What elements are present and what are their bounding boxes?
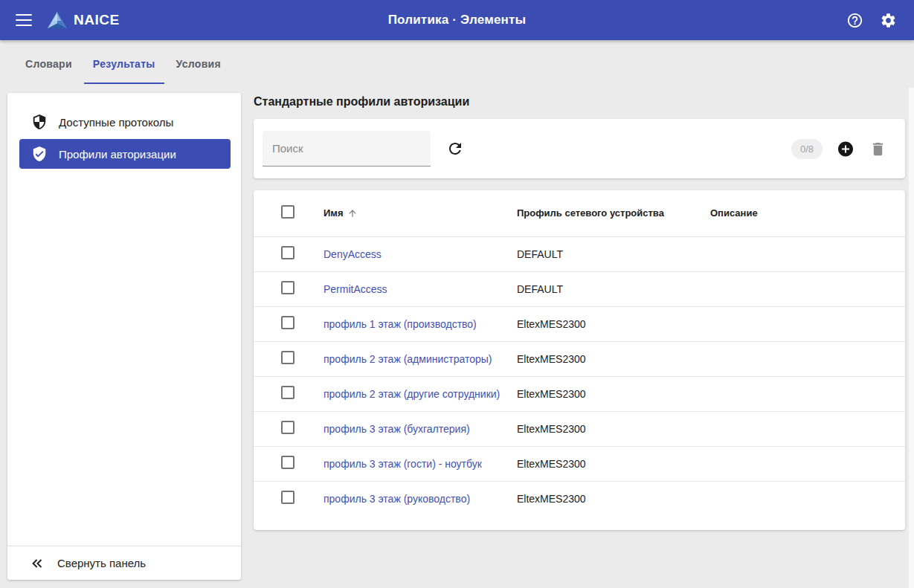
- row-description: [710, 376, 905, 411]
- table-row[interactable]: профиль 2 этаж (другие сотрудники) Eltex…: [254, 376, 905, 411]
- refresh-button[interactable]: [446, 140, 464, 158]
- collapse-panel-button[interactable]: Свернуть панель: [7, 546, 241, 580]
- row-name-link[interactable]: профиль 2 этаж (администраторы): [324, 353, 492, 365]
- verified-shield-icon: [31, 146, 48, 162]
- trash-icon: [869, 140, 886, 158]
- double-chevron-left-icon: [30, 556, 45, 571]
- row-name-link[interactable]: профиль 3 этаж (руководство): [324, 493, 470, 505]
- row-device-profile: DEFAULT: [517, 236, 710, 271]
- column-header-description[interactable]: Описание: [710, 190, 905, 236]
- toolbar: 0/8: [254, 119, 905, 178]
- row-device-profile: EltexMES2300: [517, 306, 710, 341]
- profiles-table-card: Имя Профиль сетевого устройства Описание…: [254, 190, 905, 530]
- tab-bar: Словари Результаты Условия: [0, 40, 914, 88]
- table-row[interactable]: PermitAccess DEFAULT: [254, 271, 905, 306]
- row-description: [710, 446, 905, 481]
- row-checkbox[interactable]: [281, 386, 295, 399]
- table-row[interactable]: профиль 3 этаж (гости) - ноутбук EltexME…: [254, 446, 905, 481]
- table-row[interactable]: профиль 1 этаж (производство) EltexMES23…: [254, 306, 905, 341]
- selection-count-badge: 0/8: [791, 139, 823, 159]
- collapse-panel-label: Свернуть панель: [57, 557, 146, 569]
- row-checkbox[interactable]: [281, 316, 295, 329]
- help-icon: [846, 12, 863, 29]
- sort-ascending-icon: [347, 208, 358, 219]
- brand: NAICE: [47, 10, 120, 30]
- table-row[interactable]: профиль 3 этаж (бухгалтерия) EltexMES230…: [254, 411, 905, 446]
- security-shield-icon: [31, 114, 48, 130]
- row-name-link[interactable]: профиль 3 этаж (бухгалтерия): [324, 423, 470, 435]
- row-name-link[interactable]: профиль 2 этаж (другие сотрудники): [324, 388, 500, 400]
- refresh-icon: [446, 140, 464, 158]
- row-checkbox[interactable]: [281, 351, 295, 364]
- sidebar-item-label: Доступные протоколы: [59, 116, 173, 129]
- tab-conditions[interactable]: Условия: [166, 40, 231, 88]
- naice-logo-icon: [47, 10, 68, 30]
- row-device-profile: EltexMES2300: [517, 341, 710, 376]
- table-body: DenyAccess DEFAULT PermitAccess DEFAULT …: [254, 236, 905, 516]
- table-row[interactable]: профиль 3 этаж (руководство) EltexMES230…: [254, 481, 905, 516]
- table-row[interactable]: DenyAccess DEFAULT: [254, 236, 905, 271]
- sidebar-item-authorization-profiles[interactable]: Профили авторизации: [19, 139, 231, 169]
- app-name: NAICE: [74, 12, 120, 28]
- table-row[interactable]: профиль 2 этаж (администраторы) EltexMES…: [254, 341, 905, 376]
- column-header-device-profile[interactable]: Профиль сетевого устройства: [517, 190, 710, 236]
- row-checkbox[interactable]: [281, 246, 295, 259]
- add-circle-icon: [837, 139, 855, 159]
- search-input[interactable]: [263, 131, 431, 167]
- column-header-name-label: Имя: [324, 207, 344, 219]
- row-checkbox[interactable]: [281, 421, 295, 434]
- row-device-profile: EltexMES2300: [517, 481, 710, 516]
- row-name-link[interactable]: DenyAccess: [324, 248, 382, 260]
- row-checkbox[interactable]: [281, 491, 295, 504]
- row-description: [710, 411, 905, 446]
- row-device-profile: EltexMES2300: [517, 446, 710, 481]
- settings-button[interactable]: [879, 11, 897, 29]
- tab-dictionaries[interactable]: Словари: [15, 40, 83, 88]
- vertical-scrollbar[interactable]: [908, 88, 914, 588]
- gear-icon: [880, 12, 897, 29]
- sidebar: Доступные протоколы Профили авторизации …: [7, 93, 241, 580]
- row-checkbox[interactable]: [281, 281, 295, 294]
- profiles-table: Имя Профиль сетевого устройства Описание…: [254, 190, 905, 516]
- row-description: [710, 306, 905, 341]
- row-device-profile: EltexMES2300: [517, 376, 710, 411]
- tab-results[interactable]: Результаты: [83, 40, 166, 88]
- row-checkbox[interactable]: [281, 456, 295, 469]
- menu-icon[interactable]: [16, 14, 32, 26]
- help-button[interactable]: [846, 11, 863, 29]
- page-title: Политика · Элементы: [0, 13, 914, 28]
- add-button[interactable]: [837, 140, 855, 158]
- app-bar: NAICE Политика · Элементы: [0, 0, 914, 40]
- column-header-name[interactable]: Имя: [324, 190, 517, 236]
- row-name-link[interactable]: профиль 3 этаж (гости) - ноутбук: [324, 458, 482, 470]
- sidebar-item-label: Профили авторизации: [59, 148, 176, 161]
- row-device-profile: EltexMES2300: [517, 411, 710, 446]
- row-device-profile: DEFAULT: [517, 271, 710, 306]
- row-name-link[interactable]: профиль 1 этаж (производство): [324, 318, 477, 330]
- delete-button[interactable]: [869, 140, 886, 158]
- row-description: [710, 271, 905, 306]
- sidebar-item-allowed-protocols[interactable]: Доступные протоколы: [19, 107, 231, 137]
- select-all-checkbox[interactable]: [281, 205, 295, 219]
- table-header-row: Имя Профиль сетевого устройства Описание: [254, 190, 905, 236]
- row-description: [710, 341, 905, 376]
- row-name-link[interactable]: PermitAccess: [324, 283, 387, 295]
- row-description: [710, 481, 905, 516]
- section-title: Стандартные профили авторизации: [254, 95, 469, 109]
- row-description: [710, 236, 905, 271]
